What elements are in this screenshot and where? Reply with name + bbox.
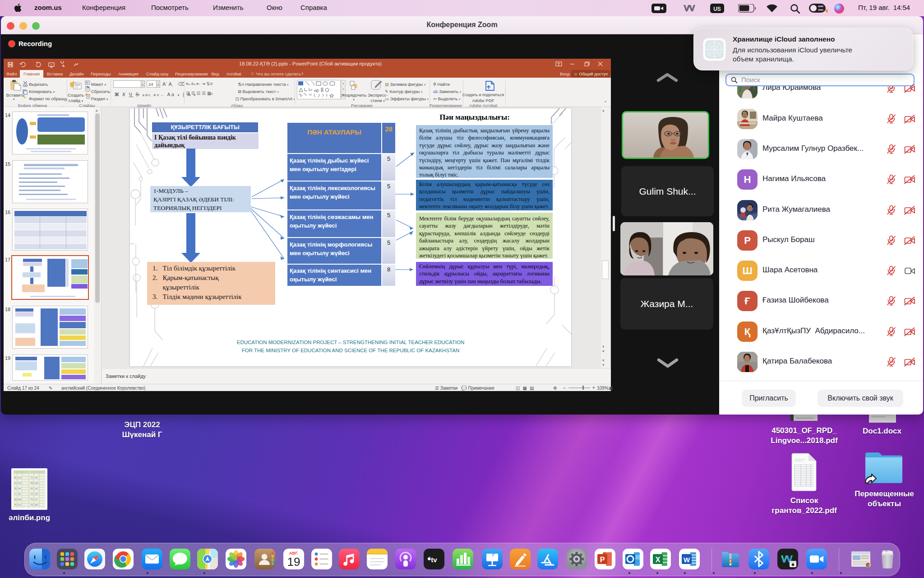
- svg-text:Ее: Ее: [14, 503, 17, 506]
- svg-text:tv: tv: [431, 556, 437, 564]
- svg-text:бал: бал: [18, 482, 21, 484]
- svg-text:Пп: Пп: [31, 498, 33, 500]
- svg-text:пai: пai: [35, 498, 37, 500]
- svg-text:19: 19: [287, 555, 300, 569]
- svg-text:Аа: Аа: [14, 476, 17, 479]
- svg-text:Оо: Оо: [31, 493, 33, 495]
- svg-text:гул: гул: [18, 493, 21, 495]
- svg-text:ана: ана: [18, 476, 21, 479]
- svg-text:Нн: Нн: [31, 487, 33, 489]
- svg-text:рай: рай: [35, 503, 38, 506]
- svg-text:P: P: [600, 556, 605, 564]
- svg-text:лак: лак: [35, 476, 38, 479]
- svg-text:Рр: Рр: [31, 503, 33, 506]
- svg-text:нан: нан: [35, 487, 38, 489]
- svg-text:Лл: Лл: [31, 476, 33, 479]
- svg-text:той: той: [35, 493, 37, 495]
- svg-text:Дд: Дд: [14, 498, 17, 500]
- svg-text:май: май: [35, 482, 38, 484]
- svg-text:Мм: Мм: [31, 482, 33, 484]
- svg-text:X: X: [656, 556, 661, 564]
- svg-text:W: W: [684, 556, 690, 564]
- svg-text:Бб: Бб: [14, 482, 17, 484]
- svg-text:Вв: Вв: [14, 487, 17, 489]
- svg-text:US: US: [713, 6, 721, 12]
- svg-text:Гг: Гг: [14, 493, 16, 495]
- svg-text:дala: дala: [18, 498, 22, 500]
- svg-text:ель: ель: [18, 503, 21, 506]
- svg-text:вал: вал: [18, 487, 21, 489]
